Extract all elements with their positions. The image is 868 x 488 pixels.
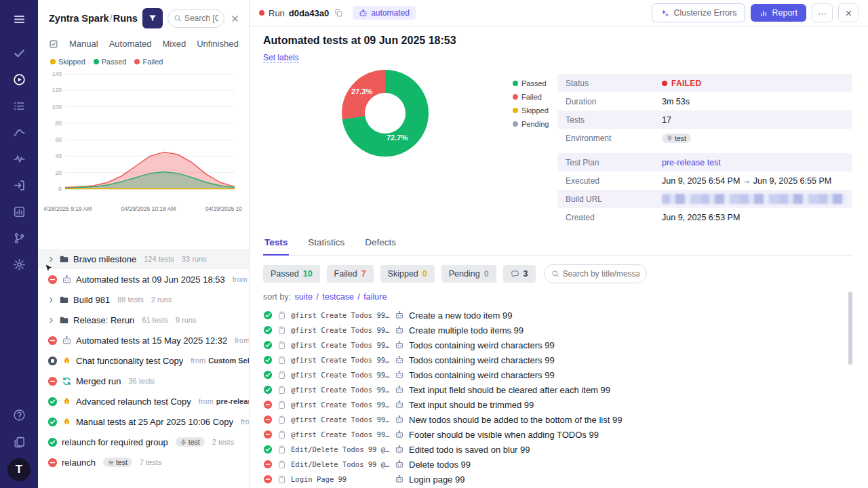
robot-icon xyxy=(395,430,404,439)
tree-item[interactable]: Build 98188 tests2 runs xyxy=(38,289,249,310)
stop-circle-icon xyxy=(47,356,58,366)
close-icon xyxy=(845,9,852,17)
comment-icon xyxy=(511,270,519,279)
folder-icon xyxy=(59,315,69,325)
test-row[interactable]: @first Create Todos 99…Todos containing … xyxy=(263,352,852,367)
project-name[interactable]: Zyntra Spark xyxy=(49,13,109,24)
check-circle-icon xyxy=(263,385,273,394)
clipboard-icon xyxy=(277,445,286,454)
tree-item[interactable]: Automated tests at 09 Jun 2025 18:53from… xyxy=(38,269,249,289)
tree-item[interactable]: Manual tests at 25 Apr 2025 10:06 Copyfr… xyxy=(38,411,249,432)
tree-item[interactable]: Automated tests at 15 May 2025 12:32from… xyxy=(38,330,249,350)
filter-passed-button[interactable]: Passed10 xyxy=(263,265,320,283)
export-icon[interactable] xyxy=(6,172,32,198)
sort-by-suite[interactable]: suite xyxy=(294,292,312,302)
tab-defects[interactable]: Defects xyxy=(363,237,397,255)
run-from: frompre-release test xyxy=(199,397,249,405)
test-row[interactable]: @first Create Todos 99…Todos containing … xyxy=(263,338,852,352)
menu-icon[interactable] xyxy=(6,6,32,32)
clipboard-icon xyxy=(277,401,286,409)
flame-icon xyxy=(62,417,72,427)
detail-label: Environment xyxy=(566,134,662,143)
filter-label: Failed xyxy=(334,269,357,279)
runs-panel-close-button[interactable] xyxy=(229,13,241,24)
filter-button[interactable] xyxy=(142,8,163,28)
run-body: Automated tests at 09 Jun 2025 18:53 Set… xyxy=(250,26,868,488)
tests-search-input[interactable] xyxy=(563,269,639,279)
runs-search-input[interactable] xyxy=(184,14,218,23)
tree-item[interactable]: relaunch for required grouptest2 tests xyxy=(38,432,249,452)
robot-icon xyxy=(395,445,404,454)
redacted-build-url xyxy=(662,194,846,204)
test-title: New todos should be added to the bottom … xyxy=(409,415,622,425)
tree-item[interactable]: Bravo milestone124 tests33 runs xyxy=(38,249,249,269)
tree-item[interactable]: Advanced relaunch test Copyfrompre-relea… xyxy=(38,391,249,411)
tree-item[interactable]: Chat functionality test CopyfromCustom S… xyxy=(38,350,249,371)
filter-failed-button[interactable]: Failed7 xyxy=(327,265,374,283)
close-run-button[interactable] xyxy=(838,3,859,22)
clusterize-errors-button[interactable]: Clusterize Errors xyxy=(652,3,745,22)
left-iconbar: T xyxy=(0,0,38,488)
set-labels-link[interactable]: Set labels xyxy=(263,53,299,63)
search-icon xyxy=(174,14,182,22)
filter-icon xyxy=(148,14,157,23)
minus-circle-icon xyxy=(263,474,273,484)
chevron-right-icon xyxy=(47,296,55,304)
test-row[interactable]: @first Create Todos 99…New todos should … xyxy=(263,412,852,427)
test-row[interactable]: Edit/Delete Todos 99 @…Edited todo is sa… xyxy=(263,442,852,457)
clipboard-icon xyxy=(277,311,286,320)
test-plan-link[interactable]: pre-release test xyxy=(662,158,721,167)
detail-value xyxy=(662,194,846,204)
select-icon xyxy=(49,39,58,49)
filter-comments-button[interactable]: 3 xyxy=(503,265,536,283)
pulse-icon[interactable] xyxy=(6,146,32,171)
test-row[interactable]: Edit/Delete Todos 99 @…Delete todos 99 xyxy=(263,457,852,472)
runs-tab-unfinished[interactable]: Unfinished xyxy=(197,39,238,49)
test-row[interactable]: @first Create Todos 99…Text input field … xyxy=(263,382,852,397)
clipboard-icon xyxy=(277,430,286,439)
sort-by-failure[interactable]: failure xyxy=(363,292,387,302)
runs-tab-manual[interactable]: Manual xyxy=(69,39,98,49)
tree-item[interactable]: Release: Rerun61 tests9 runs xyxy=(38,310,249,330)
run-tabs: TestsStatisticsDefects xyxy=(263,237,852,256)
tab-tests[interactable]: Tests xyxy=(263,237,289,256)
x-tick: 04/29/2025 10:18 AM xyxy=(121,205,176,212)
pages-icon[interactable] xyxy=(6,429,32,455)
sort-by-testcase[interactable]: testcase xyxy=(322,292,354,302)
report-button[interactable]: Report xyxy=(751,4,806,22)
minus-circle-icon xyxy=(47,458,58,468)
chart-icon[interactable] xyxy=(6,199,32,224)
check-icon[interactable] xyxy=(6,40,32,66)
tab-statistics[interactable]: Statistics xyxy=(307,237,346,255)
detail-row-status: StatusFAILED xyxy=(557,74,852,92)
test-row[interactable]: Login Page 99Login page 99 xyxy=(263,472,852,487)
test-row[interactable]: @first Create Todos 99…Create multiple t… xyxy=(263,323,852,338)
detail-value: 3m 53s xyxy=(662,97,690,106)
help-icon[interactable] xyxy=(6,402,32,428)
test-row[interactable]: @first Create Todos 99…Text input should… xyxy=(263,397,852,412)
trend-icon[interactable] xyxy=(6,119,32,145)
test-row[interactable]: @first Create Todos 99…Create a new todo… xyxy=(263,308,852,323)
play-icon[interactable] xyxy=(6,66,32,92)
svg-text:120: 120 xyxy=(52,87,62,94)
more-options-button[interactable]: ··· xyxy=(812,3,833,22)
run-meta: 2 runs xyxy=(151,296,172,304)
runs-tab-automated[interactable]: Automated xyxy=(109,39,152,49)
copy-run-id-button[interactable] xyxy=(333,7,344,19)
tree-item[interactable]: Merged run36 tests xyxy=(38,371,249,391)
branch-icon[interactable] xyxy=(6,225,32,251)
filter-skipped-button[interactable]: Skipped0 xyxy=(380,265,435,283)
test-row[interactable]: @first Create Todos 99…Todos containing … xyxy=(263,367,852,382)
run-meta: 7 tests xyxy=(140,458,161,466)
legend-item-skipped: Skipped xyxy=(50,58,85,66)
tree-item[interactable]: relaunchtest7 tests xyxy=(38,452,249,472)
section-name[interactable]: Runs xyxy=(113,13,138,24)
gear-icon[interactable] xyxy=(6,251,32,277)
test-row[interactable]: @first Create Todos 99…Footer should be … xyxy=(263,427,852,442)
tasks-icon[interactable] xyxy=(6,93,32,119)
filter-pending-button[interactable]: Pending0 xyxy=(441,265,496,283)
app-logo[interactable]: T xyxy=(7,458,31,481)
automated-badge: automated xyxy=(353,6,416,20)
runs-tab-mixed[interactable]: Mixed xyxy=(163,39,186,49)
scrollbar-thumb[interactable] xyxy=(848,291,852,365)
